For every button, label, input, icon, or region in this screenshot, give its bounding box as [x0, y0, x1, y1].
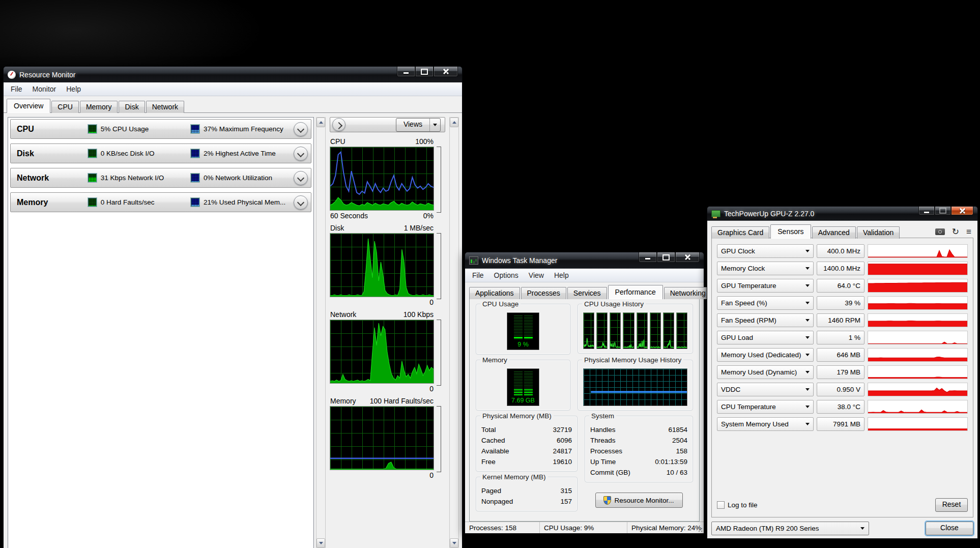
tm-cpu-core-graph	[610, 312, 621, 349]
chevron-down-icon	[297, 150, 304, 157]
gz-sensor-graph	[868, 331, 968, 344]
tm-resource-monitor-button[interactable]: Resource Monitor...	[595, 493, 683, 508]
gz-sensor-select[interactable]: GPU Load	[717, 331, 814, 344]
log-to-file-checkbox[interactable]	[717, 501, 725, 509]
tm-menu-help[interactable]: Help	[550, 270, 573, 280]
menu-icon[interactable]: ≡	[966, 227, 971, 236]
rm-menu-monitor[interactable]: Monitor	[28, 84, 61, 94]
gz-sensor-select[interactable]: Fan Speed (RPM)	[717, 313, 814, 327]
rm-tab-cpu[interactable]: CPU	[51, 101, 79, 113]
gz-sensor-select[interactable]: Fan Speed (%)	[717, 296, 814, 310]
rm-menu-file[interactable]: File	[7, 84, 26, 94]
rm-right-scroll-down-button[interactable]	[450, 538, 458, 548]
rm-titlebar[interactable]: Resource Monitor	[4, 67, 462, 82]
rm-cpu-graph	[330, 147, 434, 211]
rm-right-scrollbar[interactable]	[449, 117, 459, 548]
tm-body: File Options View Help Applications Proc…	[465, 268, 704, 533]
refresh-icon[interactable]: ↻	[952, 227, 959, 236]
gz-device-name: AMD Radeon (TM) R9 200 Series	[716, 525, 819, 532]
rm-row-network[interactable]: Network 31 Kbps Network I/O 0% Network U…	[10, 168, 311, 188]
rm-minimize-button[interactable]	[397, 67, 415, 77]
gz-minimize-button[interactable]	[918, 207, 935, 215]
gz-sensor-graph	[868, 383, 968, 396]
gauge-column	[524, 371, 533, 395]
gz-tab-graphics-card[interactable]: Graphics Card	[711, 226, 769, 239]
rm-row-memory-label: Memory	[17, 198, 88, 207]
gz-sensor-select[interactable]: Memory Used (Dedicated)	[717, 348, 814, 362]
tm-menu-options[interactable]: Options	[490, 270, 523, 280]
resize-grip[interactable]	[697, 526, 703, 532]
network-activity-led	[88, 174, 97, 182]
rm-row-memory-expand-button[interactable]	[294, 195, 308, 210]
rm-tab-overview[interactable]: Overview	[7, 99, 50, 113]
rm-tab-disk[interactable]: Disk	[119, 101, 145, 113]
rm-row-cpu-expand-button[interactable]	[294, 122, 308, 136]
gz-device-dropdown[interactable]: AMD Radeon (TM) R9 200 Series	[711, 522, 869, 535]
gz-close-button[interactable]	[951, 207, 973, 215]
gz-sensor-select[interactable]: Memory Used (Dynamic)	[717, 365, 814, 379]
tm-mem-history-label: Physical Memory Usage History	[582, 356, 683, 364]
tm-tab-applications[interactable]: Applications	[469, 287, 520, 299]
rm-row-network-expand-button[interactable]	[294, 171, 308, 185]
tm-cpu-usage-gauge: 9 %	[507, 312, 539, 350]
gz-log-to-file[interactable]: Log to file	[717, 501, 758, 509]
rm-row-cpu[interactable]: CPU 5% CPU Usage 37% Maximum Frequency	[10, 119, 311, 139]
tm-menu-view[interactable]: View	[525, 270, 548, 280]
tm-status-cpu: CPU Usage: 9%	[540, 522, 627, 533]
gz-sensor-row-memory-dynamic: Memory Used (Dynamic) 179 MB	[717, 365, 968, 379]
rm-network-graph-scale-bottom: 0	[429, 385, 434, 393]
tm-physical-memory-label: Physical Memory (MB)	[480, 412, 554, 420]
stat-value: 32719	[553, 424, 572, 435]
rm-right-scroll-up-button[interactable]	[450, 118, 458, 127]
gz-sensor-graph	[868, 400, 968, 414]
gz-maximize-button[interactable]	[935, 207, 951, 215]
rm-tab-memory[interactable]: Memory	[80, 101, 118, 113]
gz-sensor-row-system-memory: System Memory Used 7991 MB	[717, 417, 968, 431]
gz-sensor-select[interactable]: VDDC	[717, 383, 814, 396]
rm-views-label: Views	[396, 119, 429, 131]
tm-resource-monitor-button-label: Resource Monitor...	[614, 497, 674, 504]
tm-tab-networking[interactable]: Networking	[664, 287, 712, 299]
rm-views-button[interactable]: Views	[396, 118, 441, 132]
tm-titlebar[interactable]: Windows Task Manager	[465, 252, 704, 268]
gz-sensor-select[interactable]: GPU Temperature	[717, 279, 814, 293]
gz-tab-validation[interactable]: Validation	[857, 226, 900, 239]
tm-menu-file[interactable]: File	[468, 270, 488, 280]
tm-close-button[interactable]	[675, 252, 700, 263]
tm-cpu-history-group: CPU Usage History	[578, 304, 693, 354]
gz-sensor-row-cpu-temperature: CPU Temperature 38.0 °C	[717, 400, 968, 414]
rm-tab-network[interactable]: Network	[146, 101, 184, 113]
gz-sensor-select[interactable]: Memory Clock	[717, 262, 814, 275]
gz-sensor-select[interactable]: CPU Temperature	[717, 400, 814, 414]
rm-network-stat2: 0% Network Utilization	[199, 174, 294, 182]
rm-maximize-button[interactable]	[415, 67, 434, 77]
rm-close-button[interactable]	[434, 67, 458, 77]
rm-row-memory[interactable]: Memory 0 Hard Faults/sec 21% Used Physic…	[10, 192, 311, 212]
tm-maximize-button[interactable]	[657, 252, 675, 263]
gz-sensor-select[interactable]: System Memory Used	[717, 417, 814, 431]
gz-sensor-graph	[868, 348, 968, 362]
gz-reset-button[interactable]: Reset	[935, 498, 968, 512]
rm-left-scroll-up-button[interactable]	[316, 118, 325, 127]
screenshot-camera-icon[interactable]	[935, 228, 945, 235]
gz-titlebar[interactable]: TechPowerUp GPU-Z 2.27.0	[707, 207, 977, 220]
gz-tab-advanced[interactable]: Advanced	[812, 226, 856, 239]
rm-left-scroll-down-button[interactable]	[316, 538, 325, 548]
tm-tab-performance[interactable]: Performance	[608, 285, 663, 299]
gz-tab-sensors[interactable]: Sensors	[770, 224, 811, 239]
tm-tab-processes[interactable]: Processes	[521, 287, 566, 299]
rm-row-disk-expand-button[interactable]	[294, 147, 308, 161]
gz-sensor-value: 1400.0 MHz	[817, 262, 864, 275]
gz-close-window-button[interactable]: Close	[926, 522, 973, 535]
rm-menu-help[interactable]: Help	[62, 84, 85, 94]
rm-row-disk[interactable]: Disk 0 KB/sec Disk I/O 2% Highest Active…	[10, 143, 311, 163]
rm-collapse-graphs-button[interactable]	[332, 118, 345, 131]
rm-left-scrollbar[interactable]	[316, 117, 326, 548]
gz-sensor-select[interactable]: GPU Clock	[717, 244, 814, 258]
rm-views-dropdown-arrow[interactable]	[429, 119, 440, 131]
stat-label: Up Time	[590, 456, 616, 467]
tm-tab-services[interactable]: Services	[567, 287, 607, 299]
tm-minimize-button[interactable]	[639, 252, 657, 263]
desktop: Resource Monitor File Monitor Help Overv…	[0, 0, 980, 548]
stat-label: Commit (GB)	[590, 467, 630, 478]
